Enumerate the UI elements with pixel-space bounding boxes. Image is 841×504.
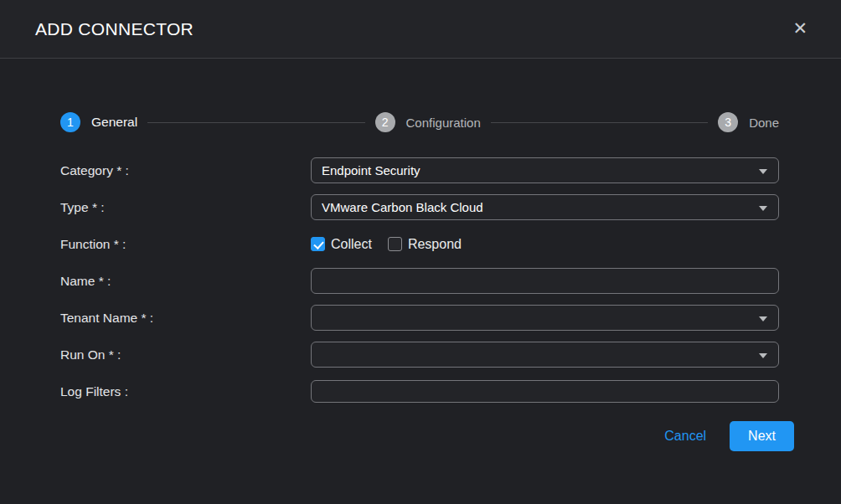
category-select[interactable]: Endpoint Security bbox=[311, 157, 779, 183]
function-label: Function * : bbox=[60, 237, 311, 252]
step-number-badge: 2 bbox=[375, 112, 395, 132]
checkbox-unchecked-icon bbox=[388, 237, 402, 251]
chevron-down-icon bbox=[759, 316, 767, 321]
collect-checkbox[interactable]: Collect bbox=[311, 237, 372, 252]
collect-checkbox-label: Collect bbox=[331, 237, 372, 252]
dialog-body: 1 General 2 Configuration 3 Done Categor… bbox=[0, 59, 841, 504]
run-on-label: Run On * : bbox=[60, 347, 311, 363]
form-row-category: Category * : Endpoint Security bbox=[60, 157, 779, 183]
step-connector bbox=[491, 122, 708, 123]
name-input[interactable] bbox=[311, 268, 779, 294]
log-filters-input[interactable] bbox=[311, 380, 779, 403]
chevron-down-icon bbox=[759, 206, 767, 211]
step-label: Done bbox=[749, 116, 779, 130]
step-label: General bbox=[91, 115, 137, 130]
form-row-log-filters: Log Filters : bbox=[60, 378, 779, 404]
step-number-badge: 1 bbox=[60, 112, 80, 132]
next-button[interactable]: Next bbox=[730, 421, 794, 451]
dialog-title: ADD CONNECTOR bbox=[35, 19, 193, 39]
chevron-down-icon bbox=[759, 353, 767, 358]
respond-checkbox-label: Respond bbox=[408, 237, 462, 252]
step-configuration[interactable]: 2 Configuration bbox=[375, 112, 481, 132]
chevron-down-icon bbox=[759, 169, 767, 174]
close-icon[interactable]: ✕ bbox=[792, 20, 807, 38]
form-row-tenant-name: Tenant Name * : bbox=[60, 305, 779, 331]
function-checkbox-group: Collect Respond bbox=[311, 237, 779, 252]
log-filters-label: Log Filters : bbox=[60, 384, 311, 399]
tenant-name-select[interactable] bbox=[311, 305, 779, 331]
step-general[interactable]: 1 General bbox=[60, 112, 137, 132]
step-done[interactable]: 3 Done bbox=[718, 112, 779, 132]
form-row-function: Function * : Collect Respond bbox=[60, 231, 779, 257]
type-label: Type * : bbox=[60, 200, 311, 215]
run-on-select[interactable] bbox=[311, 342, 779, 368]
step-label: Configuration bbox=[406, 116, 481, 130]
dialog-header: ADD CONNECTOR ✕ bbox=[0, 0, 841, 59]
stepper: 1 General 2 Configuration 3 Done bbox=[60, 112, 779, 132]
connector-form: Category * : Endpoint Security Type * : … bbox=[60, 157, 779, 451]
type-select-value: VMware Carbon Black Cloud bbox=[322, 200, 483, 214]
tenant-name-label: Tenant Name * : bbox=[60, 311, 311, 326]
add-connector-dialog: ADD CONNECTOR ✕ 1 General 2 Configuratio… bbox=[0, 0, 841, 504]
form-row-run-on: Run On * : bbox=[60, 342, 779, 368]
category-label: Category * : bbox=[60, 163, 311, 178]
step-connector bbox=[147, 122, 364, 123]
step-number-badge: 3 bbox=[718, 112, 738, 132]
form-row-name: Name * : bbox=[60, 268, 779, 294]
category-select-value: Endpoint Security bbox=[322, 163, 420, 177]
cancel-button[interactable]: Cancel bbox=[664, 429, 706, 444]
dialog-footer: Cancel Next bbox=[60, 421, 794, 451]
form-row-type: Type * : VMware Carbon Black Cloud bbox=[60, 194, 779, 220]
type-select[interactable]: VMware Carbon Black Cloud bbox=[311, 194, 779, 220]
respond-checkbox[interactable]: Respond bbox=[388, 237, 462, 252]
checkbox-checked-icon bbox=[311, 237, 325, 251]
name-label: Name * : bbox=[60, 274, 311, 289]
